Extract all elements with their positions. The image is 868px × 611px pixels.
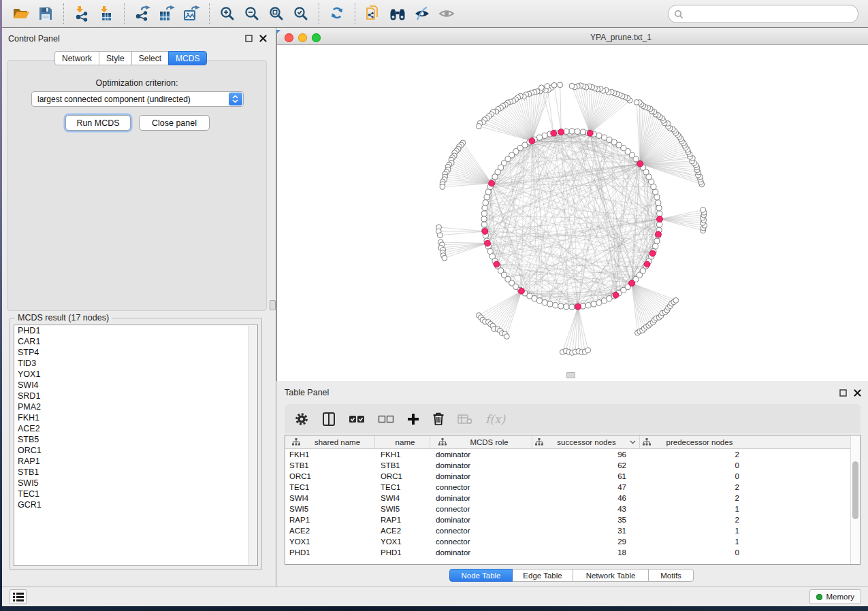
vertical-splitter-handle[interactable] — [270, 300, 276, 310]
table-cell[interactable]: SWI4 — [285, 493, 375, 503]
mcds-result-item[interactable]: YOX1 — [14, 369, 257, 380]
table-cell[interactable]: ORC1 — [375, 471, 430, 482]
table-cell[interactable]: dominator — [430, 547, 532, 558]
mcds-result-item[interactable]: ACE2 — [14, 423, 257, 434]
criterion-dropdown[interactable]: largest connected component (undirected) — [31, 91, 244, 107]
close-table-panel-button[interactable] — [853, 389, 861, 397]
tab-node-table[interactable]: Node Table — [449, 569, 513, 582]
zoom-fit-button[interactable] — [264, 3, 289, 24]
memory-button[interactable]: Memory — [809, 589, 861, 604]
table-row[interactable]: ACE2ACE2connector311 — [285, 525, 860, 536]
table-cell[interactable]: connector — [430, 525, 532, 536]
table-cell[interactable]: 2 — [640, 493, 748, 503]
tab-edge-table[interactable]: Edge Table — [512, 569, 573, 582]
table-cell[interactable]: 29 — [532, 536, 640, 547]
mcds-result-item[interactable]: GCR1 — [14, 499, 257, 510]
table-row[interactable]: TEC1TEC1connector472 — [285, 482, 860, 493]
import-network-button[interactable] — [69, 3, 94, 24]
table-cell[interactable]: 35 — [532, 514, 640, 525]
table-cell[interactable]: TEC1 — [375, 482, 430, 493]
mcds-result-item[interactable]: TEC1 — [14, 489, 257, 499]
export-network-button[interactable] — [130, 3, 155, 24]
close-panel-button[interactable] — [259, 34, 267, 42]
table-cell[interactable]: YOX1 — [285, 536, 375, 547]
table-row[interactable]: YOX1YOX1connector291 — [285, 536, 860, 547]
mcds-result-item[interactable]: SWI5 — [14, 478, 257, 489]
table-cell[interactable]: 46 — [532, 493, 640, 503]
table-cell[interactable]: YOX1 — [375, 536, 430, 547]
tab-select[interactable]: Select — [131, 51, 169, 65]
table-cell[interactable]: STB1 — [285, 460, 375, 471]
first-neighbors-button[interactable] — [385, 3, 410, 24]
import-table-button[interactable] — [94, 3, 118, 24]
zoom-out-button[interactable] — [240, 3, 264, 24]
table-cell[interactable]: 0 — [640, 460, 748, 471]
show-task-history-button[interactable] — [10, 589, 27, 604]
table-cell[interactable]: 96 — [532, 449, 640, 460]
zoom-in-button[interactable] — [215, 3, 240, 24]
table-row[interactable]: SWI4SWI4dominator462 — [285, 493, 860, 503]
table-cell[interactable]: dominator — [430, 493, 532, 503]
run-mcds-button[interactable]: Run MCDS — [65, 115, 131, 131]
table-cell[interactable]: ORC1 — [285, 471, 375, 482]
table-cell[interactable]: connector — [430, 536, 532, 547]
mcds-result-item[interactable]: PHD1 — [14, 325, 257, 336]
export-image-button[interactable] — [179, 3, 204, 24]
column-header-successor-nodes[interactable]: successor nodes — [532, 435, 640, 448]
delete-columns-button[interactable] — [432, 409, 445, 429]
table-options-button[interactable] — [294, 409, 309, 429]
float-table-panel-button[interactable] — [839, 389, 847, 397]
window-close-button[interactable] — [285, 33, 293, 42]
column-header-shared-name[interactable]: shared name — [285, 435, 375, 448]
tab-style[interactable]: Style — [99, 51, 132, 65]
search-input[interactable] — [687, 10, 852, 19]
destroy-table-button[interactable] — [457, 409, 472, 429]
mcds-result-item[interactable]: STP4 — [14, 347, 257, 358]
horizontal-splitter-handle[interactable] — [566, 372, 575, 378]
tab-network-table[interactable]: Network Table — [573, 569, 649, 582]
table-scrollbar[interactable] — [850, 435, 860, 564]
show-hidden-button[interactable] — [434, 3, 459, 24]
select-all-rows-button[interactable] — [349, 409, 365, 429]
zoom-selected-button[interactable] — [289, 3, 313, 24]
window-minimize-button[interactable] — [298, 33, 307, 42]
mcds-result-item[interactable]: CAR1 — [14, 336, 257, 347]
mcds-result-item[interactable]: TID3 — [14, 358, 257, 369]
window-maximize-button[interactable] — [312, 33, 321, 42]
table-cell[interactable]: FKH1 — [285, 449, 375, 460]
network-canvas[interactable] — [277, 45, 868, 381]
table-cell[interactable]: RAP1 — [375, 514, 430, 525]
save-session-button[interactable] — [33, 3, 58, 24]
table-cell[interactable]: RAP1 — [285, 514, 375, 525]
table-row[interactable]: SWI5SWI5connector431 — [285, 503, 860, 514]
table-cell[interactable]: PHD1 — [375, 547, 430, 558]
table-cell[interactable]: 31 — [532, 525, 640, 536]
table-row[interactable]: PHD1PHD1dominator180 — [285, 547, 860, 558]
table-row[interactable]: FKH1FKH1dominator962 — [285, 449, 860, 460]
table-cell[interactable]: 2 — [640, 449, 748, 460]
table-cell[interactable]: 2 — [640, 482, 748, 493]
table-cell[interactable]: connector — [430, 503, 532, 514]
mcds-result-item[interactable]: SWI4 — [14, 380, 257, 391]
table-row[interactable]: ORC1ORC1dominator610 — [285, 471, 860, 482]
mcds-result-item[interactable]: FKH1 — [14, 412, 257, 423]
mcds-list-scrollbar[interactable] — [248, 326, 257, 565]
tab-motifs[interactable]: Motifs — [648, 569, 694, 582]
table-cell[interactable]: PHD1 — [285, 547, 375, 558]
table-cell[interactable]: dominator — [430, 449, 532, 460]
tab-mcds[interactable]: MCDS — [168, 51, 207, 65]
table-cell[interactable]: dominator — [430, 460, 532, 471]
column-header-mcds-role[interactable]: MCDS role — [430, 435, 532, 448]
table-cell[interactable]: 2 — [640, 514, 748, 525]
mcds-result-item[interactable]: PMA2 — [14, 401, 257, 412]
table-cell[interactable]: 47 — [532, 482, 640, 493]
mcds-result-item[interactable]: RAP1 — [14, 456, 257, 467]
mcds-result-item[interactable]: SRD1 — [14, 391, 257, 401]
table-row[interactable]: STB1STB1dominator620 — [285, 460, 860, 471]
unselect-all-rows-button[interactable] — [378, 409, 394, 429]
table-cell[interactable]: SWI4 — [375, 493, 430, 503]
mcds-result-item[interactable]: ORC1 — [14, 445, 257, 456]
table-cell[interactable]: ACE2 — [285, 525, 375, 536]
network-window-titlebar[interactable]: YPA_prune.txt_1 — [277, 30, 868, 45]
function-builder-button[interactable]: f(x) — [485, 409, 505, 429]
